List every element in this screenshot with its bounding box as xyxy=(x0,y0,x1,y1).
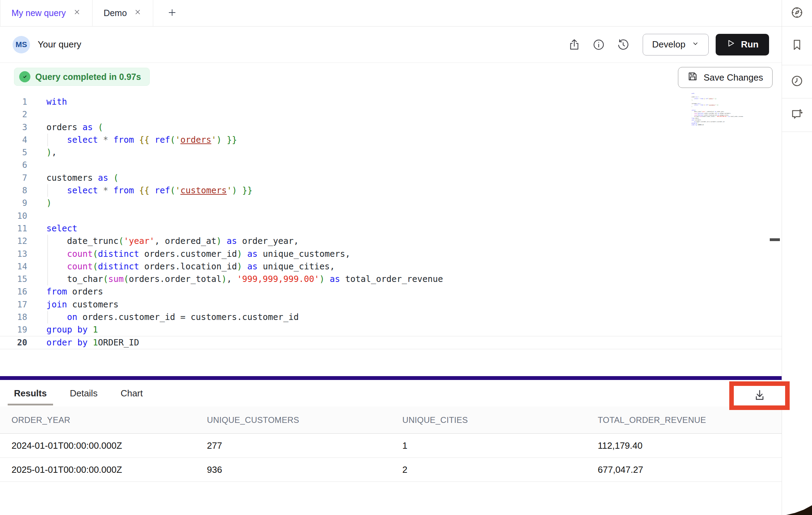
plus-icon xyxy=(167,8,177,19)
results-tab-chart[interactable]: Chart xyxy=(120,380,143,406)
save-changes-button[interactable]: Save Changes xyxy=(678,67,773,88)
table-cell: 112,179.40 xyxy=(586,440,782,451)
code-line[interactable]: 2 xyxy=(0,108,782,121)
table-cell: 2025-01-01T00:00:00.000Z xyxy=(0,464,195,475)
line-content xyxy=(46,159,782,171)
minimap-content: with orders as ( select * from {{ ref('o… xyxy=(692,93,702,126)
code-line[interactable]: 18 on orders.customer_id = customers.cus… xyxy=(0,311,782,323)
indent-guide xyxy=(47,248,48,260)
editor-tab-my-new-query[interactable]: My new query xyxy=(0,0,93,26)
code-line[interactable]: 9) xyxy=(0,197,782,209)
line-content: on orders.customer_id = customers.custom… xyxy=(46,311,782,323)
results-tab-results[interactable]: Results xyxy=(13,380,47,406)
code-line[interactable]: 17join customers xyxy=(0,298,782,311)
code-line[interactable]: 16from orders xyxy=(0,285,782,298)
query-header: MS Your query Develop Run xyxy=(0,27,782,63)
line-number: 8 xyxy=(0,184,27,197)
share-icon[interactable] xyxy=(568,38,581,51)
table-cell: 2024-01-01T00:00:00.000Z xyxy=(0,440,195,451)
editor-tab-demo[interactable]: Demo xyxy=(93,0,154,26)
develop-dropdown[interactable]: Develop xyxy=(643,34,709,55)
code-line[interactable]: 20order by 1ORDER_ID xyxy=(0,336,782,349)
table-row[interactable]: 2024-01-01T00:00:00.000Z2771112,179.40 xyxy=(0,434,782,458)
run-button[interactable]: Run xyxy=(716,34,769,55)
code-area[interactable]: 1with2 3orders as (4 select * from {{ re… xyxy=(0,96,782,349)
develop-label: Develop xyxy=(652,39,685,50)
history-icon[interactable] xyxy=(617,38,629,51)
line-number: 10 xyxy=(0,210,27,222)
indent-guide xyxy=(47,235,48,247)
line-number: 4 xyxy=(0,134,27,146)
line-number: 17 xyxy=(0,298,27,311)
code-line[interactable]: 13 count(distinct orders.customer_id) as… xyxy=(0,248,782,260)
main-panel: My new queryDemo MS Your query Develop R… xyxy=(0,0,782,515)
tab-label: My new query xyxy=(12,8,66,18)
close-icon[interactable] xyxy=(134,8,142,18)
new-tab-button[interactable] xyxy=(153,0,191,26)
code-line[interactable]: 12 date_trunc('year', ordered_at) as ord… xyxy=(0,235,782,247)
table-cell: 1 xyxy=(391,440,586,451)
query-status-text: Query completed in 0.97s xyxy=(35,72,141,82)
code-line[interactable]: 11select xyxy=(0,222,782,235)
sidebar-button-clock[interactable] xyxy=(782,65,812,98)
close-icon[interactable] xyxy=(73,8,81,18)
line-content: ) xyxy=(46,197,782,209)
line-content: order by 1ORDER_ID xyxy=(692,124,702,126)
sidebar-button-ai-chat[interactable] xyxy=(782,98,812,132)
line-content: count(distinct orders.customer_id) as un… xyxy=(46,248,782,260)
code-line[interactable]: 15 to_char(sum(orders.order_total), '999… xyxy=(0,273,782,285)
compass-icon xyxy=(790,6,804,21)
line-number: 20 xyxy=(0,336,27,349)
code-line[interactable]: 3orders as ( xyxy=(0,121,782,134)
save-icon xyxy=(687,71,698,84)
check-circle-icon xyxy=(19,71,30,82)
table-header-row: ORDER_YEARUNIQUE_CUSTOMERSUNIQUE_CITIEST… xyxy=(0,406,782,434)
bookmark-icon xyxy=(790,38,804,53)
panel-resize-divider[interactable] xyxy=(0,376,782,380)
results-tab-bar: ResultsDetailsChart xyxy=(0,380,782,406)
line-number: 1 xyxy=(0,96,27,108)
line-number: 13 xyxy=(0,248,27,260)
scrollbar-thumb[interactable] xyxy=(770,238,780,241)
line-content: count(distinct orders.location_id) as un… xyxy=(46,260,782,273)
clock-icon xyxy=(790,74,804,89)
page-title: Your query xyxy=(38,39,81,50)
line-content: order by 1ORDER_ID xyxy=(46,336,782,349)
sql-editor[interactable]: Query completed in 0.97s Save Changes 1w… xyxy=(0,63,782,376)
code-line[interactable]: 8 select * from {{ ref('customers') }} xyxy=(0,184,782,197)
line-content: select xyxy=(46,222,782,235)
code-line[interactable]: 4 select * from {{ ref('orders') }} xyxy=(0,134,782,146)
indent-guide xyxy=(47,134,48,146)
table-cell: 277 xyxy=(195,440,391,451)
code-line[interactable]: 7customers as ( xyxy=(0,172,782,184)
results-tab-details[interactable]: Details xyxy=(69,380,98,406)
code-line[interactable]: 5), xyxy=(0,146,782,159)
line-content: with xyxy=(46,96,782,108)
code-line[interactable]: 10 xyxy=(0,210,782,222)
indent-guide xyxy=(47,311,48,323)
code-line[interactable]: 1with xyxy=(0,96,782,108)
table-cell: 2 xyxy=(391,464,586,475)
line-content: select * from {{ ref('customers') }} xyxy=(46,184,782,197)
code-line[interactable]: 14 count(distinct orders.location_id) as… xyxy=(0,260,782,273)
line-content: join customers xyxy=(46,298,782,311)
info-icon[interactable] xyxy=(592,38,605,51)
sidebar-button-compass[interactable] xyxy=(782,0,812,27)
line-number: 6 xyxy=(0,159,27,171)
code-line[interactable]: 6 xyxy=(0,159,782,171)
table-row[interactable]: 2025-01-01T00:00:00.000Z9362677,047.27 xyxy=(0,458,782,482)
tab-strip: My new queryDemo xyxy=(0,0,782,27)
line-content: orders as ( xyxy=(46,121,782,134)
line-number: 18 xyxy=(0,311,27,323)
code-line[interactable]: 19group by 1 xyxy=(0,323,782,336)
app-window: My new queryDemo MS Your query Develop R… xyxy=(0,0,812,515)
code-minimap[interactable]: with orders as ( select * from {{ ref('o… xyxy=(692,93,772,128)
line-content: group by 1 xyxy=(46,323,782,336)
column-header: UNIQUE_CITIES xyxy=(391,415,586,425)
download-icon xyxy=(753,388,766,403)
line-number: 19 xyxy=(0,323,27,336)
line-number: 15 xyxy=(0,273,27,285)
line-content: ), xyxy=(46,146,782,159)
sidebar-button-bookmark[interactable] xyxy=(782,27,812,65)
download-results-button[interactable] xyxy=(734,386,785,405)
